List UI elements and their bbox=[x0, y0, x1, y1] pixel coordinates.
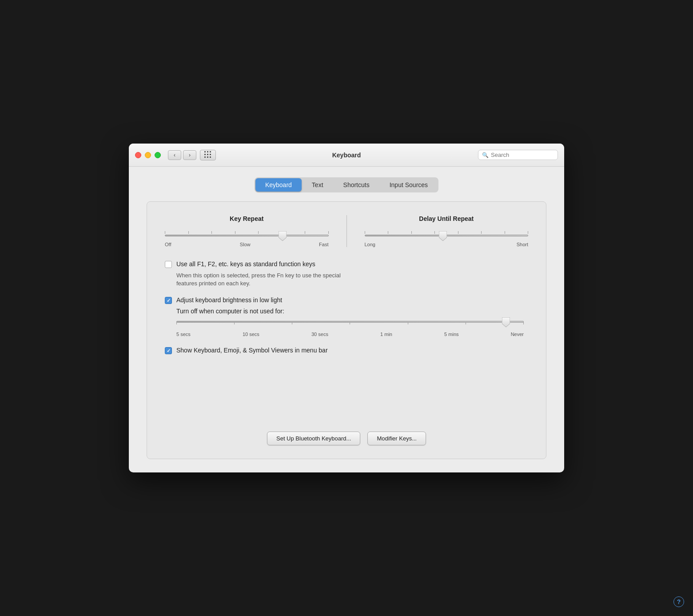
window-title: Keyboard bbox=[332, 152, 361, 159]
key-repeat-thumb[interactable] bbox=[279, 231, 287, 241]
traffic-lights bbox=[135, 152, 161, 158]
tab-shortcuts[interactable]: Shortcuts bbox=[334, 178, 379, 192]
delay-repeat-slider-container bbox=[365, 230, 529, 236]
content-area: Keyboard Text Shortcuts Input Sources Ke… bbox=[129, 167, 564, 472]
bottom-buttons: Set Up Bluetooth Keyboard... Modifier Ke… bbox=[147, 432, 546, 445]
delay-repeat-axis-labels: Long Short bbox=[365, 242, 529, 247]
main-window: ‹ › Keyboard 🔍 Keyboard Text Shortcuts I… bbox=[129, 144, 564, 472]
search-input[interactable] bbox=[491, 152, 554, 158]
tab-text[interactable]: Text bbox=[302, 178, 333, 192]
key-repeat-section: Key Repeat bbox=[165, 215, 347, 247]
key-repeat-axis-labels: Off Slow Fast bbox=[165, 242, 329, 247]
brightness-never: Never bbox=[511, 332, 524, 337]
delay-repeat-track[interactable] bbox=[365, 235, 529, 236]
show-viewers-checkbox[interactable] bbox=[165, 347, 172, 354]
sliders-row: Key Repeat bbox=[165, 215, 528, 247]
key-repeat-fast-label: Fast bbox=[319, 242, 328, 247]
titlebar: ‹ › Keyboard 🔍 bbox=[129, 144, 564, 167]
brightness-5mins: 5 mins bbox=[444, 332, 458, 337]
delay-long-label: Long bbox=[365, 242, 375, 247]
delay-repeat-label: Delay Until Repeat bbox=[419, 215, 474, 222]
settings-panel: Key Repeat bbox=[147, 201, 546, 459]
brightness-track-container bbox=[176, 318, 524, 327]
svg-marker-0 bbox=[279, 231, 287, 241]
show-viewers-label: Show Keyboard, Emoji, & Symbol Viewers i… bbox=[176, 347, 328, 354]
svg-marker-2 bbox=[502, 317, 510, 327]
key-repeat-slider-container bbox=[165, 230, 329, 236]
svg-marker-1 bbox=[439, 231, 447, 241]
maximize-button[interactable] bbox=[155, 152, 161, 158]
brightness-30secs: 30 secs bbox=[311, 332, 328, 337]
grid-icon bbox=[204, 151, 212, 159]
delay-repeat-thumb[interactable] bbox=[439, 231, 447, 241]
turn-off-label: Turn off when computer is not used for: bbox=[176, 308, 528, 315]
nav-buttons: ‹ › bbox=[168, 150, 196, 160]
delay-short-label: Short bbox=[517, 242, 528, 247]
brightness-5secs: 5 secs bbox=[176, 332, 191, 337]
minimize-button[interactable] bbox=[145, 152, 151, 158]
show-viewers-row: Show Keyboard, Emoji, & Symbol Viewers i… bbox=[165, 347, 528, 354]
key-repeat-ticks bbox=[165, 230, 329, 235]
key-repeat-slow-label: Slow bbox=[240, 242, 251, 247]
brightness-axis-labels: 5 secs 10 secs 30 secs 1 min 5 mins Neve… bbox=[176, 332, 524, 337]
tab-input-sources[interactable]: Input Sources bbox=[380, 178, 438, 192]
fn-keys-label: Use all F1, F2, etc. keys as standard fu… bbox=[176, 260, 315, 268]
search-bar[interactable]: 🔍 bbox=[478, 150, 558, 160]
key-repeat-off-label: Off bbox=[165, 242, 171, 247]
fn-keys-sublabel: When this option is selected, press the … bbox=[176, 272, 528, 288]
brightness-1min: 1 min bbox=[380, 332, 392, 337]
brightness-thumb[interactable] bbox=[502, 317, 510, 327]
close-button[interactable] bbox=[135, 152, 141, 158]
tab-group: Keyboard Text Shortcuts Input Sources bbox=[255, 177, 438, 192]
brightness-10secs: 10 secs bbox=[243, 332, 259, 337]
tabs-container: Keyboard Text Shortcuts Input Sources bbox=[147, 177, 546, 192]
fn-keys-checkbox[interactable] bbox=[165, 261, 172, 268]
brightness-checkbox[interactable] bbox=[165, 297, 172, 304]
tab-keyboard[interactable]: Keyboard bbox=[255, 178, 302, 192]
key-repeat-label: Key Repeat bbox=[230, 215, 263, 222]
grid-button[interactable] bbox=[200, 150, 216, 160]
brightness-slider-section: 5 secs 10 secs 30 secs 1 min 5 mins Neve… bbox=[176, 318, 524, 337]
key-repeat-track[interactable] bbox=[165, 235, 329, 236]
brightness-label: Adjust keyboard brightness in low light bbox=[176, 296, 282, 304]
brightness-row: Adjust keyboard brightness in low light bbox=[165, 296, 528, 304]
search-icon: 🔍 bbox=[482, 152, 489, 158]
forward-button[interactable]: › bbox=[183, 150, 196, 160]
fn-keys-row: Use all F1, F2, etc. keys as standard fu… bbox=[165, 260, 528, 268]
modifier-keys-button[interactable]: Modifier Keys... bbox=[367, 432, 426, 445]
back-button[interactable]: ‹ bbox=[168, 150, 181, 160]
delay-repeat-section: Delay Until Repeat bbox=[347, 215, 529, 247]
brightness-track[interactable] bbox=[176, 321, 524, 323]
bluetooth-keyboard-button[interactable]: Set Up Bluetooth Keyboard... bbox=[267, 432, 360, 445]
